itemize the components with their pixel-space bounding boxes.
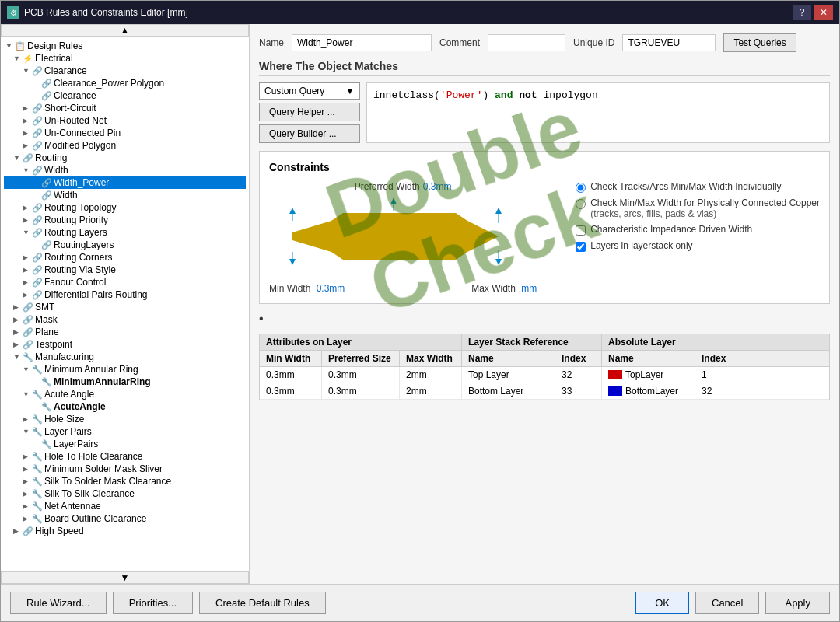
priorities-button[interactable]: Priorities... <box>113 592 193 614</box>
pref-width-value: 0.3mm <box>423 181 452 192</box>
cell-abs-name-1: TopLayer <box>602 367 695 383</box>
tree-item-unconnected-pin[interactable]: ▶ 🔗 Un-Connected Pin <box>4 127 246 139</box>
tree-item-layer-pairs[interactable]: ▼ 🔧 Layer Pairs <box>4 425 246 438</box>
tree-item-min-annular-sub[interactable]: 🔧 MinimumAnnularRing <box>4 376 246 388</box>
tree-item-width-power[interactable]: 🔗 Width_Power <box>4 176 246 189</box>
ok-button[interactable]: OK <box>635 592 689 614</box>
cell-abs-index-1: 1 <box>695 367 742 383</box>
checkbox-section: Check Tracks/Arcs Min/Max Width Individu… <box>576 181 820 252</box>
close-button[interactable]: ✕ <box>814 5 833 20</box>
cell-index-1: 32 <box>555 367 602 383</box>
layerstack-checkbox[interactable] <box>576 242 586 252</box>
tree-item-acute-angle-sub[interactable]: 🔧 AcuteAngle <box>4 400 246 413</box>
code-part-4: and <box>488 89 519 101</box>
tree-item-net-antennae[interactable]: ▶ 🔧 Net Antennae <box>4 500 246 512</box>
tree-item-routing[interactable]: ▼ 🔗 Routing <box>4 152 246 164</box>
cell-pref-1: 0.3mm <box>322 367 400 383</box>
tree-item-clearance-power[interactable]: 🔗 Clearance_Power Polygon <box>4 77 246 89</box>
tree-item-unrouted-net[interactable]: ▶ 🔗 Un-Routed Net <box>4 114 246 127</box>
code-part-5: not <box>519 89 537 101</box>
check2-label: Layers in layerstack only <box>590 240 692 251</box>
tree-item-testpoint[interactable]: ▶ 🔗 Testpoint <box>4 338 246 351</box>
tree-item-fanout[interactable]: ▶ 🔗 Fanout Control <box>4 276 246 288</box>
col-min-width: Min Width <box>260 351 322 366</box>
title-bar: ⚙ PCB Rules and Constraints Editor [mm] … <box>1 1 839 24</box>
where-section: Where The Object Matches Custom Query ▼ … <box>259 60 830 143</box>
table-span-headers: Attributes on Layer Layer Stack Referenc… <box>260 334 829 351</box>
radio2-input[interactable] <box>576 199 586 209</box>
bottom-layer-color <box>608 386 622 396</box>
tree-item-routing-corners[interactable]: ▶ 🔗 Routing Corners <box>4 251 246 264</box>
title-bar-controls: ? ✕ <box>793 5 833 20</box>
query-helper-button[interactable]: Query Helper ... <box>259 103 360 121</box>
apply-button[interactable]: Apply <box>765 592 830 614</box>
test-queries-button[interactable]: Test Queries <box>723 33 796 52</box>
tree-item-acute-angle[interactable]: ▼ 🔧 Acute Angle <box>4 388 246 400</box>
right-panel: Name Comment Unique ID Test Queries Wher… <box>250 24 839 584</box>
tree-item-clearance[interactable]: ▼ 🔗 Clearance <box>4 65 246 77</box>
header-absolute: Absolute Layer <box>602 334 742 350</box>
cancel-button[interactable]: Cancel <box>695 592 759 614</box>
tree-item-board-outline[interactable]: ▶ 🔧 Board Outline Clearance <box>4 512 246 525</box>
query-editor[interactable]: innetclass('Power') and not inpolygon <box>366 82 830 143</box>
track-svg <box>269 194 518 279</box>
cell-name-1: Top Layer <box>462 367 555 383</box>
tree-item-clearance2[interactable]: 🔗 Clearance <box>4 89 246 102</box>
sidebar: ▲ ▼ 📋 Design Rules ▼ ⚡ Electrical ▼ 🔗 Cl… <box>1 24 250 584</box>
constraints-title: Constraints <box>269 161 820 173</box>
tree-item-width2[interactable]: 🔗 Width <box>4 189 246 201</box>
table-row: 0.3mm 0.3mm 2mm Top Layer 32 TopLayer 1 <box>260 367 829 383</box>
radio2-label: Check Min/Max Width for Physically Conne… <box>590 197 820 208</box>
name-label: Name <box>259 37 284 48</box>
scroll-up-btn[interactable]: ▲ <box>1 24 249 37</box>
main-content: ▲ ▼ 📋 Design Rules ▼ ⚡ Electrical ▼ 🔗 Cl… <box>1 24 839 584</box>
tree-item-silk-solder[interactable]: ▶ 🔧 Silk To Solder Mask Clearance <box>4 475 246 487</box>
cell-name-2: Bottom Layer <box>462 383 555 399</box>
tree-item-electrical[interactable]: ▼ ⚡ Electrical <box>4 52 246 65</box>
tree-item-hole-clearance[interactable]: ▶ 🔧 Hole To Hole Clearance <box>4 450 246 463</box>
tree-item-routing-topology[interactable]: ▶ 🔗 Routing Topology <box>4 201 246 214</box>
uid-input[interactable] <box>622 34 716 51</box>
top-layer-color <box>608 370 622 379</box>
comment-input[interactable] <box>488 34 565 51</box>
check1-row: Characteristic Impedance Driven Width <box>576 224 820 236</box>
radio1-label: Check Tracks/Arcs Min/Max Width Individu… <box>590 181 781 192</box>
tree-item-modified-polygon[interactable]: ▶ 🔗 Modified Polygon <box>4 139 246 152</box>
create-default-button[interactable]: Create Default Rules <box>199 592 326 614</box>
name-input[interactable] <box>292 34 432 51</box>
tree-item-min-annular[interactable]: ▼ 🔧 Minimum Annular Ring <box>4 363 246 376</box>
tree-item-width[interactable]: ▼ 🔗 Width <box>4 164 246 176</box>
help-button[interactable]: ? <box>793 5 811 20</box>
radio1-input[interactable] <box>576 183 586 193</box>
tree-item-min-solder[interactable]: ▶ 🔧 Minimum Solder Mask Sliver <box>4 463 246 475</box>
tree-item-manufacturing[interactable]: ▼ 🔧 Manufacturing <box>4 351 246 363</box>
custom-query-dropdown[interactable]: Custom Query ▼ <box>259 82 360 100</box>
app-icon: ⚙ <box>7 6 19 19</box>
tree-item-hole-size[interactable]: ▶ 🔧 Hole Size <box>4 413 246 425</box>
constraints-section: Constraints Preferred Width 0.3mm <box>259 151 830 304</box>
tree-item-short-circuit[interactable]: ▶ 🔗 Short-Circuit <box>4 102 246 114</box>
tree-item-mask[interactable]: ▶ 🔗 Mask <box>4 313 246 326</box>
tree-item-layer-pairs-sub[interactable]: 🔧 LayerPairs <box>4 438 246 450</box>
code-part-2: 'Power' <box>440 89 483 101</box>
rule-wizard-button[interactable]: Rule Wizard... <box>10 592 107 614</box>
uid-label: Unique ID <box>573 37 614 48</box>
tree-item-routing-via[interactable]: ▶ 🔗 Routing Via Style <box>4 264 246 276</box>
width-visual-area: Preferred Width 0.3mm <box>269 181 537 294</box>
tree-item-routing-layers[interactable]: ▼ 🔗 Routing Layers <box>4 226 246 239</box>
tree-item-routing-layers-sub[interactable]: 🔗 RoutingLayers <box>4 239 246 251</box>
impedance-checkbox[interactable] <box>576 225 586 236</box>
tree-item-diff-pairs[interactable]: ▶ 🔗 Differential Pairs Routing <box>4 288 246 301</box>
expander[interactable]: ▼ <box>5 42 15 50</box>
tree-item-silk-silk[interactable]: ▶ 🔧 Silk To Silk Clearance <box>4 487 246 500</box>
query-builder-button[interactable]: Query Builder ... <box>259 124 360 143</box>
tree-item-smt[interactable]: ▶ 🔗 SMT <box>4 301 246 313</box>
tree-view: ▼ 📋 Design Rules ▼ ⚡ Electrical ▼ 🔗 Clea… <box>1 37 249 571</box>
scroll-down-btn[interactable]: ▼ <box>1 571 249 584</box>
tree-item-design-rules[interactable]: ▼ 📋 Design Rules <box>4 40 246 52</box>
tree-item-plane[interactable]: ▶ 🔗 Plane <box>4 326 246 338</box>
tree-item-high-speed[interactable]: ▶ 🔗 High Speed <box>4 525 246 537</box>
bullet-point: • <box>259 312 830 326</box>
min-width-value: 0.3mm <box>317 283 345 294</box>
tree-item-routing-priority[interactable]: ▶ 🔗 Routing Priority <box>4 214 246 226</box>
